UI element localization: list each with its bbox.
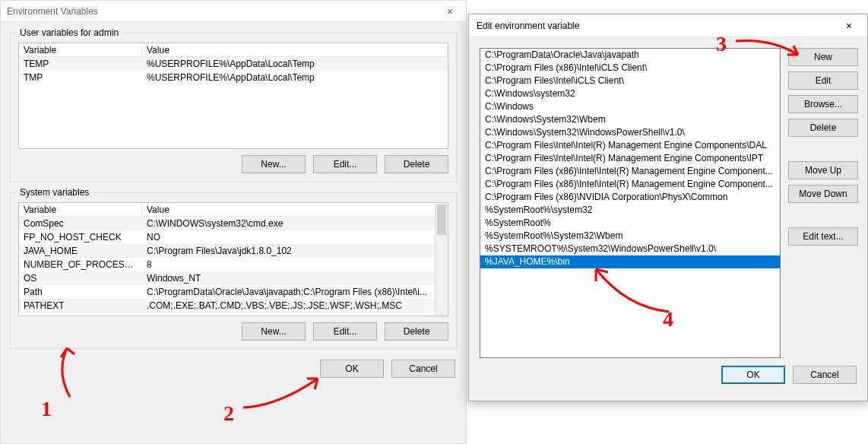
user-variables-legend: User variables for admin [17, 27, 122, 38]
list-item[interactable]: %SYSTEMROOT%\System32\WindowsPowerShell\… [480, 243, 780, 255]
col-header-value[interactable]: Value [142, 203, 448, 216]
col-header-value[interactable]: Value [142, 43, 448, 56]
table-row[interactable]: JAVA_HOMEC:\Program Files\Java\jdk1.8.0_… [19, 244, 435, 258]
edit-title: Edit environment variable [477, 21, 579, 31]
col-header-variable[interactable]: Variable [19, 43, 142, 56]
var-value: C:\WINDOWS\system32\cmd.exe [142, 217, 435, 230]
list-item[interactable]: C:\Program Files\Intel\iCLS Client\ [480, 75, 780, 87]
list-item[interactable]: C:\Program Files\Intel\Intel(R) Manageme… [480, 152, 780, 165]
edit-movedown-button[interactable]: Move Down [788, 185, 858, 203]
list-item[interactable]: C:\Windows\System32\WindowsPowerShell\v1… [480, 126, 780, 139]
user-variables-group: User variables for admin Variable Value … [10, 33, 457, 182]
user-delete-button[interactable]: Delete [385, 155, 448, 173]
edit-environment-variable-dialog: Edit environment variable × C:\ProgramDa… [468, 14, 868, 401]
table-row[interactable]: OSWindows_NT [19, 271, 435, 285]
list-item[interactable]: C:\Program Files (x86)\Intel\iCLS Client… [480, 62, 780, 75]
edit-dialog-footer: OK Cancel [469, 366, 867, 393]
table-row[interactable]: PATHEXT.COM;.EXE;.BAT;.CMD;.VBS;.VBE;.JS… [19, 299, 435, 312]
var-value: NO [142, 230, 435, 244]
list-item[interactable]: C:\Program Files\Intel\Intel(R) Manageme… [480, 139, 780, 152]
var-name: FP_NO_HOST_CHECK [19, 230, 142, 244]
edit-browse-button[interactable]: Browse... [788, 95, 858, 113]
list-item[interactable]: C:\Program Files (x86)\Intel\Intel(R) Ma… [480, 165, 780, 178]
var-name: ComSpec [19, 217, 142, 230]
list-item[interactable]: C:\Windows\System32\Wbem [480, 113, 780, 126]
system-variables-grid[interactable]: Variable Value ComSpecC:\WINDOWS\system3… [18, 202, 448, 316]
var-value: Windows_NT [142, 271, 435, 285]
list-item[interactable]: C:\Program Files (x86)\Intel\Intel(R) Ma… [480, 178, 780, 191]
path-list[interactable]: C:\ProgramData\Oracle\Java\javapath C:\P… [480, 48, 781, 358]
var-name: OS [19, 271, 142, 285]
edit-edittext-button[interactable]: Edit text... [788, 227, 858, 246]
environment-variables-dialog: Environment Variables × User variables f… [0, 0, 467, 444]
var-value: 8 [142, 258, 435, 271]
list-item[interactable]: C:\Windows\system32 [480, 87, 780, 100]
env-ok-button[interactable]: OK [320, 360, 384, 378]
system-delete-button[interactable]: Delete [385, 322, 448, 341]
system-new-button[interactable]: New... [242, 322, 306, 341]
var-value: %USERPROFILE%\AppData\Local\Temp [142, 57, 448, 71]
env-title: Environment Variables [7, 6, 98, 17]
col-header-variable[interactable]: Variable [19, 203, 142, 216]
var-value: .COM;.EXE;.BAT;.CMD;.VBS;.VBE;.JS;.JSE;.… [142, 299, 435, 312]
list-item[interactable]: C:\ProgramData\Oracle\Java\javapath [480, 49, 780, 62]
edit-edit-button[interactable]: Edit [788, 71, 858, 90]
var-name: PATHEXT [19, 299, 142, 312]
list-item[interactable]: %SystemRoot%\system32 [480, 204, 780, 217]
system-edit-button[interactable]: Edit... [313, 322, 377, 341]
user-edit-button[interactable]: Edit... [313, 155, 377, 173]
close-icon[interactable]: × [832, 15, 866, 36]
edit-moveup-button[interactable]: Move Up [788, 161, 858, 179]
env-titlebar: Environment Variables × [1, 1, 466, 22]
system-vars-buttons: New... Edit... Delete [18, 322, 448, 341]
var-value: %USERPROFILE%\AppData\Local\Temp [142, 71, 448, 84]
user-variables-grid[interactable]: Variable Value TEMP %USERPROFILE%\AppDat… [18, 43, 448, 149]
var-name: NUMBER_OF_PROCESSORS [19, 258, 142, 271]
scrollbar-thumb[interactable] [437, 205, 446, 235]
edit-titlebar: Edit environment variable × [469, 14, 867, 37]
env-cancel-button[interactable]: Cancel [391, 360, 455, 378]
edit-ok-button[interactable]: OK [721, 366, 785, 384]
list-item-selected[interactable]: %JAVA_HOME%\bin [480, 255, 780, 268]
system-grid-header: Variable Value [19, 203, 448, 217]
close-icon[interactable]: × [439, 5, 461, 17]
var-name: TMP [19, 71, 142, 84]
user-new-button[interactable]: New... [242, 155, 306, 173]
table-row[interactable]: NUMBER_OF_PROCESSORS8 [19, 258, 435, 271]
list-item[interactable]: %SystemRoot%\System32\Wbem [480, 230, 780, 243]
var-value: C:\ProgramData\Oracle\Java\javapath;C:\P… [142, 285, 435, 299]
env-dialog-footer: OK Cancel [1, 354, 466, 387]
table-row[interactable]: FP_NO_HOST_CHECKNO [19, 230, 435, 244]
table-row[interactable]: TEMP %USERPROFILE%\AppData\Local\Temp [19, 57, 448, 71]
edit-new-button[interactable]: New [788, 48, 858, 66]
list-item[interactable]: %SystemRoot% [480, 217, 780, 230]
list-item[interactable]: C:\Program Files (x86)\NVIDIA Corporatio… [480, 191, 780, 204]
user-vars-buttons: New... Edit... Delete [18, 155, 448, 173]
list-item[interactable]: C:\Windows [480, 100, 780, 113]
var-value: C:\Program Files\Java\jdk1.8.0_102 [142, 244, 435, 258]
var-name: JAVA_HOME [19, 244, 142, 258]
table-row[interactable]: ComSpecC:\WINDOWS\system32\cmd.exe [19, 217, 435, 230]
edit-cancel-button[interactable]: Cancel [793, 366, 857, 384]
user-grid-body: TEMP %USERPROFILE%\AppData\Local\Temp TM… [19, 57, 448, 84]
scrollbar[interactable] [435, 203, 448, 316]
system-variables-legend: System variables [17, 187, 92, 198]
edit-delete-button[interactable]: Delete [788, 119, 858, 137]
user-grid-header: Variable Value [19, 43, 448, 57]
var-name: Path [19, 285, 142, 299]
system-variables-group: System variables Variable Value ComSpecC… [10, 192, 457, 349]
edit-side-buttons: New Edit Browse... Delete Move Up Move D… [788, 48, 858, 358]
table-row[interactable]: TMP %USERPROFILE%\AppData\Local\Temp [19, 71, 448, 84]
system-grid-body: ComSpecC:\WINDOWS\system32\cmd.exe FP_NO… [19, 217, 448, 312]
var-name: TEMP [19, 57, 142, 71]
table-row[interactable]: PathC:\ProgramData\Oracle\Java\javapath;… [19, 285, 435, 299]
